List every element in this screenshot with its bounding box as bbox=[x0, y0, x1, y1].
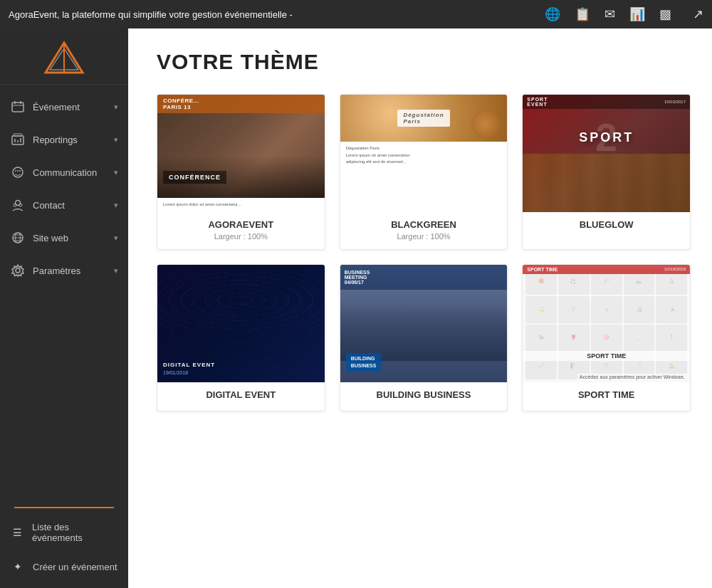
digital-date: 19/01/2018 bbox=[163, 370, 188, 375]
theme-size-agoraevent: Largeur : 100% bbox=[167, 232, 315, 241]
theme-card-business[interactable]: BUSINESSMEETING04/06/17 BUILDINGBUSINESS… bbox=[340, 264, 508, 411]
svg-point-13 bbox=[15, 170, 16, 172]
svg-point-24 bbox=[16, 268, 20, 273]
siteweb-icon bbox=[10, 230, 26, 246]
theme-info-business: BUILDING BUSINESS bbox=[340, 382, 508, 411]
theme-preview-agoraevent: CONFÉRE...PARIS 13 CONFÉRENCE Lorem ipsu… bbox=[157, 95, 325, 212]
theme-size-blackgreen: Largeur : 100% bbox=[350, 232, 498, 241]
agora-logo bbox=[43, 40, 85, 75]
theme-name-blueglow: BLUEGLOW bbox=[533, 219, 680, 230]
content-area: VOTRE THÈME CONFÉRE...PARIS 13 CONFÉRENC… bbox=[128, 28, 712, 588]
sidebar-bottom: ☰ Liste des événements ✦ Créer un événem… bbox=[0, 514, 128, 588]
theme-card-agoraevent[interactable]: CONFÉRE...PARIS 13 CONFÉRENCE Lorem ipsu… bbox=[157, 94, 325, 250]
theme-name-digital: DIGITAL EVENT bbox=[167, 389, 315, 400]
theme-card-digital[interactable]: DIGITAL EVENT 19/01/2018 DIGITAL EVENT bbox=[157, 264, 325, 411]
macro-title: DégustationParis bbox=[397, 110, 449, 127]
siteweb-chevron: ▾ bbox=[114, 233, 118, 243]
conf-hero: CONFÉRENCE bbox=[157, 113, 325, 198]
sidebar-item-reportings[interactable]: Reportings ▾ bbox=[0, 123, 128, 156]
svg-rect-8 bbox=[14, 134, 22, 136]
theme-info-blackgreen: BLACKGREEN Largeur : 100% bbox=[340, 212, 508, 249]
theme-preview-sporttime: 🏀 ⚽ 🎾 🏊 🚴 ⛳ 🏋 🤸 🏄 🎿 🏇 🥊 bbox=[523, 265, 690, 382]
theme-preview-blueglow: SPORTEVENT 15/03/2017 2 SPORT bbox=[523, 95, 690, 212]
sport-header: SPORTEVENT 15/03/2017 bbox=[523, 95, 690, 109]
theme-card-blueglow[interactable]: SPORTEVENT 15/03/2017 2 SPORT BLUEGLOW bbox=[522, 94, 691, 250]
reportings-chevron: ▾ bbox=[114, 135, 118, 145]
siteweb-label: Site web bbox=[33, 233, 114, 243]
contact-label: Contact bbox=[33, 200, 114, 211]
conf-content: Lorem ipsum dolor sit amet consectetur..… bbox=[157, 198, 325, 212]
sidebar-item-evenement[interactable]: Événement ▾ bbox=[0, 90, 128, 123]
sidebar-item-liste[interactable]: ☰ Liste des événements bbox=[0, 514, 128, 551]
liste-label: Liste des événements bbox=[32, 522, 118, 543]
theme-preview-business: BUSINESSMEETING04/06/17 BUILDINGBUSINESS bbox=[340, 265, 508, 382]
main-layout: Événement ▾ Reportings ▾ Communication ▾ bbox=[0, 28, 712, 588]
communication-chevron: ▾ bbox=[114, 168, 118, 177]
sport-bg: SPORTEVENT 15/03/2017 2 SPORT bbox=[523, 95, 690, 212]
theme-card-sporttime[interactable]: 🏀 ⚽ 🎾 🏊 🚴 ⛳ 🏋 🤸 🏄 🎿 🏇 🥊 bbox=[522, 264, 691, 411]
sidebar-nav: Événement ▾ Reportings ▾ Communication ▾ bbox=[0, 85, 128, 501]
macro-content: Dégustation Paris Lorem ipsum sit amet c… bbox=[340, 142, 508, 169]
conf-header: CONFÉRE...PARIS 13 bbox=[157, 95, 325, 113]
sport-large: 2 SPORT bbox=[523, 109, 690, 166]
reportings-icon bbox=[10, 132, 26, 147]
theme-name-business: BUILDING BUSINESS bbox=[350, 389, 498, 400]
globe-icon[interactable]: 🌐 bbox=[545, 6, 560, 22]
theme-preview-blackgreen: DégustationParis Dégustation Paris Lorem… bbox=[340, 95, 508, 212]
theme-preview-digital: DIGITAL EVENT 19/01/2018 bbox=[157, 265, 325, 382]
themes-grid: CONFÉRE...PARIS 13 CONFÉRENCE Lorem ipsu… bbox=[157, 94, 691, 411]
topbar-title: AgoraEvent, la plateforme qui simplifie … bbox=[9, 9, 545, 20]
sporttime-sketches: 🏀 ⚽ 🎾 🏊 🚴 ⛳ 🏋 🤸 🏄 🎿 🏇 🥊 bbox=[523, 265, 690, 382]
contact-icon bbox=[10, 197, 26, 213]
theme-name-sporttime: SPORT TIME bbox=[533, 389, 680, 400]
windows-notice: Accédez aux paramètres pour activer Wind… bbox=[577, 374, 687, 380]
theme-card-blackgreen[interactable]: DégustationParis Dégustation Paris Lorem… bbox=[340, 94, 508, 250]
sidebar-item-parametres[interactable]: Paramètres ▾ bbox=[0, 254, 128, 287]
digital-bg: DIGITAL EVENT 19/01/2018 bbox=[157, 265, 325, 382]
barchart-icon[interactable]: 📊 bbox=[629, 6, 645, 22]
sidebar-item-communication[interactable]: Communication ▾ bbox=[0, 156, 128, 189]
sidebar-item-contact[interactable]: Contact ▾ bbox=[0, 189, 128, 221]
sporttime-bg: 🏀 ⚽ 🎾 🏊 🚴 ⛳ 🏋 🤸 🏄 🎿 🏇 🥊 bbox=[523, 265, 690, 382]
communication-icon bbox=[10, 164, 26, 180]
evenement-chevron: ▾ bbox=[114, 103, 118, 112]
sidebar-item-creer[interactable]: ✦ Créer un événement bbox=[0, 551, 128, 582]
creer-icon: ✦ bbox=[10, 559, 26, 574]
theme-info-blueglow: BLUEGLOW bbox=[523, 212, 690, 241]
biz-title: BUILDINGBUSINESS bbox=[346, 353, 382, 372]
envelope-icon[interactable]: ✉ bbox=[604, 6, 615, 22]
reportings-label: Reportings bbox=[33, 135, 114, 145]
sporttime-header: SPORT TIME 10/10/2018 bbox=[523, 265, 690, 274]
theme-name-agoraevent: AGORAEVENT bbox=[167, 219, 315, 230]
creer-label: Créer un événement bbox=[33, 562, 117, 572]
parametres-chevron: ▾ bbox=[114, 266, 118, 275]
sidebar-logo bbox=[0, 28, 128, 85]
contact-chevron: ▾ bbox=[114, 201, 118, 210]
clipboard-icon[interactable]: 📋 bbox=[575, 6, 590, 22]
topbar: AgoraEvent, la plateforme qui simplifie … bbox=[0, 0, 712, 28]
digital-title: DIGITAL EVENT bbox=[163, 362, 215, 368]
communication-label: Communication bbox=[33, 167, 114, 178]
parametres-icon bbox=[10, 263, 26, 278]
sidebar: Événement ▾ Reportings ▾ Communication ▾ bbox=[0, 28, 128, 588]
theme-info-agoraevent: AGORAEVENT Largeur : 100% bbox=[157, 212, 325, 249]
macro-header: DégustationParis bbox=[340, 95, 508, 142]
topbar-icons: 🌐 📋 ✉ 📊 ▩ ↗ bbox=[545, 6, 703, 22]
biz-bg: BUSINESSMEETING04/06/17 BUILDINGBUSINESS bbox=[340, 265, 508, 382]
evenement-icon bbox=[10, 99, 26, 115]
svg-rect-3 bbox=[12, 103, 23, 112]
evenement-label: Événement bbox=[33, 102, 114, 112]
svg-point-15 bbox=[19, 170, 21, 172]
page-title: VOTRE THÈME bbox=[157, 50, 691, 74]
theme-info-digital: DIGITAL EVENT bbox=[157, 382, 325, 411]
svg-point-14 bbox=[17, 170, 19, 172]
share-icon[interactable]: ↗ bbox=[693, 6, 703, 22]
parametres-label: Paramètres bbox=[33, 266, 114, 276]
liste-icon: ☰ bbox=[10, 525, 25, 540]
conf-title: CONFÉRENCE bbox=[163, 171, 226, 184]
sidebar-item-siteweb[interactable]: Site web ▾ bbox=[0, 221, 128, 254]
theme-name-blackgreen: BLACKGREEN bbox=[350, 219, 498, 230]
sidebar-divider bbox=[14, 507, 114, 508]
qrcode-icon[interactable]: ▩ bbox=[659, 6, 671, 22]
theme-info-sporttime: SPORT TIME bbox=[523, 382, 690, 411]
